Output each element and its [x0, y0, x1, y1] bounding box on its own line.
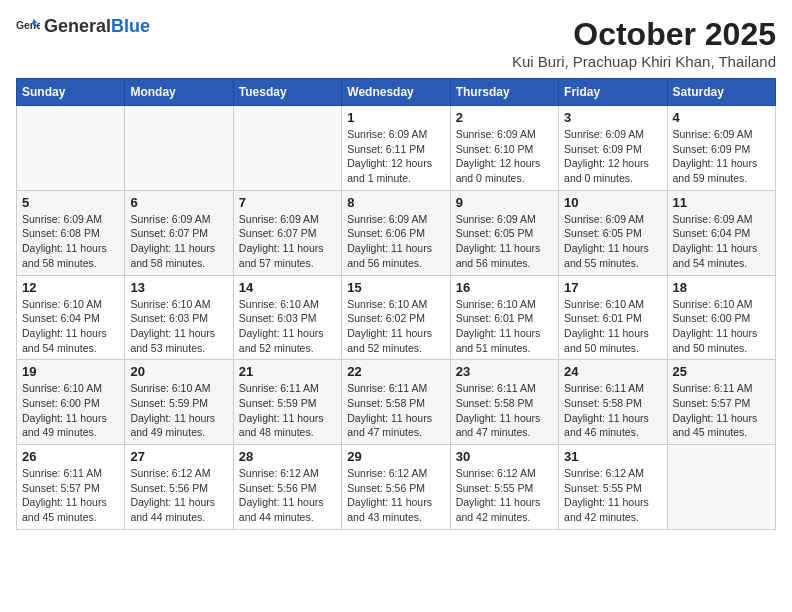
- sunset-text: Sunset: 6:11 PM: [347, 143, 425, 155]
- date-number: 7: [239, 195, 336, 210]
- sunset-text: Sunset: 6:00 PM: [673, 312, 751, 324]
- sunrise-text: Sunrise: 6:12 AM: [456, 467, 536, 479]
- sunset-text: Sunset: 5:57 PM: [673, 397, 751, 409]
- calendar-table: SundayMondayTuesdayWednesdayThursdayFrid…: [16, 78, 776, 530]
- date-number: 14: [239, 280, 336, 295]
- sunrise-text: Sunrise: 6:09 AM: [456, 128, 536, 140]
- sunset-text: Sunset: 6:09 PM: [673, 143, 751, 155]
- sunrise-text: Sunrise: 6:12 AM: [130, 467, 210, 479]
- sunrise-text: Sunrise: 6:11 AM: [564, 382, 644, 394]
- date-number: 19: [22, 364, 119, 379]
- sunrise-text: Sunrise: 6:10 AM: [130, 382, 210, 394]
- sunset-text: Sunset: 6:01 PM: [564, 312, 642, 324]
- daylight-text: Daylight: 11 hours and 58 minutes.: [22, 242, 107, 269]
- page-header: General GeneralBlue October 2025 Kui Bur…: [16, 16, 776, 70]
- sunrise-text: Sunrise: 6:09 AM: [347, 213, 427, 225]
- header-friday: Friday: [559, 79, 667, 106]
- cal-cell: 14Sunrise: 6:10 AMSunset: 6:03 PMDayligh…: [233, 275, 341, 360]
- cell-detail: Sunrise: 6:09 AMSunset: 6:09 PMDaylight:…: [564, 127, 661, 186]
- sunset-text: Sunset: 5:58 PM: [456, 397, 534, 409]
- sunset-text: Sunset: 6:05 PM: [456, 227, 534, 239]
- date-number: 28: [239, 449, 336, 464]
- date-number: 5: [22, 195, 119, 210]
- date-number: 30: [456, 449, 553, 464]
- week-row-3: 12Sunrise: 6:10 AMSunset: 6:04 PMDayligh…: [17, 275, 776, 360]
- sunrise-text: Sunrise: 6:10 AM: [239, 298, 319, 310]
- sunset-text: Sunset: 5:56 PM: [130, 482, 208, 494]
- cal-cell: [125, 106, 233, 191]
- date-number: 13: [130, 280, 227, 295]
- daylight-text: Daylight: 11 hours and 48 minutes.: [239, 412, 324, 439]
- daylight-text: Daylight: 12 hours and 0 minutes.: [564, 157, 649, 184]
- sunrise-text: Sunrise: 6:11 AM: [22, 467, 102, 479]
- daylight-text: Daylight: 11 hours and 45 minutes.: [22, 496, 107, 523]
- svg-text:General: General: [16, 19, 40, 30]
- logo-general: General: [44, 16, 111, 36]
- cell-detail: Sunrise: 6:09 AMSunset: 6:05 PMDaylight:…: [456, 212, 553, 271]
- header-tuesday: Tuesday: [233, 79, 341, 106]
- date-number: 17: [564, 280, 661, 295]
- sunrise-text: Sunrise: 6:10 AM: [347, 298, 427, 310]
- cell-detail: Sunrise: 6:12 AMSunset: 5:56 PMDaylight:…: [130, 466, 227, 525]
- header-thursday: Thursday: [450, 79, 558, 106]
- sunset-text: Sunset: 6:03 PM: [239, 312, 317, 324]
- cal-cell: 4Sunrise: 6:09 AMSunset: 6:09 PMDaylight…: [667, 106, 775, 191]
- cell-detail: Sunrise: 6:10 AMSunset: 6:00 PMDaylight:…: [22, 381, 119, 440]
- cal-cell: 23Sunrise: 6:11 AMSunset: 5:58 PMDayligh…: [450, 360, 558, 445]
- logo: General GeneralBlue: [16, 16, 150, 37]
- daylight-text: Daylight: 11 hours and 54 minutes.: [673, 242, 758, 269]
- sunset-text: Sunset: 5:58 PM: [347, 397, 425, 409]
- week-row-1: 1Sunrise: 6:09 AMSunset: 6:11 PMDaylight…: [17, 106, 776, 191]
- cal-cell: 10Sunrise: 6:09 AMSunset: 6:05 PMDayligh…: [559, 190, 667, 275]
- cell-detail: Sunrise: 6:10 AMSunset: 5:59 PMDaylight:…: [130, 381, 227, 440]
- daylight-text: Daylight: 11 hours and 57 minutes.: [239, 242, 324, 269]
- sunset-text: Sunset: 6:01 PM: [456, 312, 534, 324]
- header-row: SundayMondayTuesdayWednesdayThursdayFrid…: [17, 79, 776, 106]
- sunrise-text: Sunrise: 6:12 AM: [239, 467, 319, 479]
- page-title: October 2025: [512, 16, 776, 53]
- cal-cell: [233, 106, 341, 191]
- daylight-text: Daylight: 11 hours and 54 minutes.: [22, 327, 107, 354]
- date-number: 4: [673, 110, 770, 125]
- cal-cell: 26Sunrise: 6:11 AMSunset: 5:57 PMDayligh…: [17, 445, 125, 530]
- date-number: 2: [456, 110, 553, 125]
- date-number: 6: [130, 195, 227, 210]
- header-monday: Monday: [125, 79, 233, 106]
- week-row-2: 5Sunrise: 6:09 AMSunset: 6:08 PMDaylight…: [17, 190, 776, 275]
- date-number: 21: [239, 364, 336, 379]
- daylight-text: Daylight: 11 hours and 52 minutes.: [239, 327, 324, 354]
- sunset-text: Sunset: 6:03 PM: [130, 312, 208, 324]
- cal-cell: 22Sunrise: 6:11 AMSunset: 5:58 PMDayligh…: [342, 360, 450, 445]
- cell-detail: Sunrise: 6:10 AMSunset: 6:04 PMDaylight:…: [22, 297, 119, 356]
- sunset-text: Sunset: 5:55 PM: [564, 482, 642, 494]
- cell-detail: Sunrise: 6:11 AMSunset: 5:57 PMDaylight:…: [673, 381, 770, 440]
- date-number: 15: [347, 280, 444, 295]
- sunrise-text: Sunrise: 6:10 AM: [564, 298, 644, 310]
- date-number: 12: [22, 280, 119, 295]
- header-saturday: Saturday: [667, 79, 775, 106]
- sunrise-text: Sunrise: 6:09 AM: [673, 213, 753, 225]
- cell-detail: Sunrise: 6:09 AMSunset: 6:04 PMDaylight:…: [673, 212, 770, 271]
- sunrise-text: Sunrise: 6:10 AM: [456, 298, 536, 310]
- cell-detail: Sunrise: 6:09 AMSunset: 6:08 PMDaylight:…: [22, 212, 119, 271]
- title-area: October 2025 Kui Buri, Prachuap Khiri Kh…: [512, 16, 776, 70]
- sunset-text: Sunset: 6:00 PM: [22, 397, 100, 409]
- daylight-text: Daylight: 11 hours and 43 minutes.: [347, 496, 432, 523]
- date-number: 8: [347, 195, 444, 210]
- cal-cell: 31Sunrise: 6:12 AMSunset: 5:55 PMDayligh…: [559, 445, 667, 530]
- date-number: 10: [564, 195, 661, 210]
- date-number: 18: [673, 280, 770, 295]
- sunset-text: Sunset: 5:55 PM: [456, 482, 534, 494]
- cal-cell: 16Sunrise: 6:10 AMSunset: 6:01 PMDayligh…: [450, 275, 558, 360]
- cell-detail: Sunrise: 6:10 AMSunset: 6:00 PMDaylight:…: [673, 297, 770, 356]
- sunrise-text: Sunrise: 6:09 AM: [564, 213, 644, 225]
- cal-cell: 7Sunrise: 6:09 AMSunset: 6:07 PMDaylight…: [233, 190, 341, 275]
- cal-cell: 18Sunrise: 6:10 AMSunset: 6:00 PMDayligh…: [667, 275, 775, 360]
- logo-icon: General: [16, 17, 40, 37]
- cell-detail: Sunrise: 6:11 AMSunset: 5:58 PMDaylight:…: [456, 381, 553, 440]
- sunset-text: Sunset: 5:58 PM: [564, 397, 642, 409]
- cal-cell: 3Sunrise: 6:09 AMSunset: 6:09 PMDaylight…: [559, 106, 667, 191]
- daylight-text: Daylight: 11 hours and 49 minutes.: [130, 412, 215, 439]
- sunrise-text: Sunrise: 6:09 AM: [239, 213, 319, 225]
- daylight-text: Daylight: 11 hours and 58 minutes.: [130, 242, 215, 269]
